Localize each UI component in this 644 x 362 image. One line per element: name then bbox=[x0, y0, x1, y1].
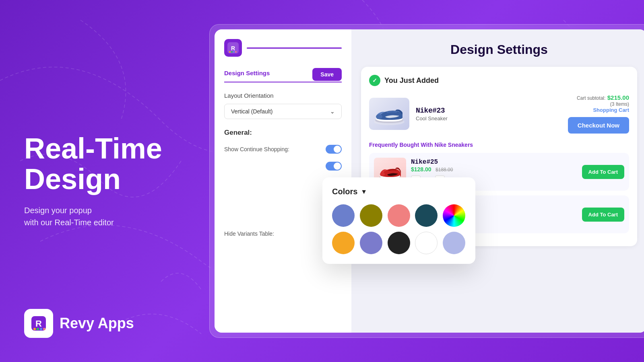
show-continue-toggle[interactable] bbox=[326, 145, 342, 154]
main-product-image bbox=[369, 98, 409, 130]
svg-point-13 bbox=[376, 114, 382, 119]
save-button[interactable]: Save bbox=[312, 68, 342, 81]
toggle-row-2 bbox=[224, 162, 342, 171]
svg-point-8 bbox=[229, 51, 231, 53]
layout-dropdown[interactable]: Vertical (Default) ⌄ bbox=[224, 104, 342, 119]
swatch-black[interactable] bbox=[388, 232, 410, 254]
brand-name: Revy Apps bbox=[60, 315, 134, 332]
hero-subtitle: Design your popup with our Real-Time edi… bbox=[24, 204, 217, 228]
toggle-2[interactable] bbox=[326, 162, 342, 171]
nav-row: Design Settings Save bbox=[224, 68, 342, 82]
general-label: General: bbox=[224, 129, 342, 137]
main-product-info: Nike#23 Cool Sneaker bbox=[416, 107, 561, 121]
colors-title: Colors bbox=[332, 187, 357, 196]
upsell-1-pricing: $128.00 $188.00 bbox=[411, 166, 577, 173]
svg-point-2 bbox=[33, 328, 36, 330]
you-just-added-text: You Just Added bbox=[384, 76, 439, 85]
brand-logo-icon: R bbox=[24, 309, 53, 338]
cart-price: $215.00 bbox=[607, 94, 629, 101]
upsell-1-old-price: $188.00 bbox=[436, 167, 453, 173]
swatch-dark-teal[interactable] bbox=[415, 204, 438, 227]
upsell-2-add-to-cart[interactable]: Add To Cart bbox=[582, 208, 624, 222]
upsell-1-price: $128.00 bbox=[411, 166, 431, 173]
swatch-medium-purple[interactable] bbox=[360, 232, 382, 254]
svg-point-15 bbox=[380, 172, 385, 176]
layout-label: Layout Orientation bbox=[224, 92, 342, 99]
swatch-olive[interactable] bbox=[360, 204, 382, 227]
swatch-light-lavender[interactable] bbox=[443, 232, 465, 254]
checkout-now-button[interactable]: Checkout Now bbox=[568, 117, 629, 134]
swatch-rainbow[interactable] bbox=[443, 204, 465, 227]
main-product-row: Nike#23 Cool Sneaker Cart subtotal: $215… bbox=[369, 94, 629, 134]
hide-variants-label: Hide Variants Table: bbox=[224, 230, 274, 237]
you-just-added-header: ✓ You Just Added bbox=[369, 75, 629, 86]
main-product-name: Nike#23 bbox=[416, 107, 561, 115]
cart-subtotal-row: Cart subtotal: $215.00 bbox=[568, 94, 629, 101]
svg-point-5 bbox=[43, 328, 45, 330]
colors-header: Colors ▼ bbox=[332, 187, 466, 196]
check-icon: ✓ bbox=[369, 75, 380, 86]
swatch-purple-blue[interactable] bbox=[332, 204, 355, 227]
upsell-1-add-to-cart[interactable]: Add To Cart bbox=[582, 165, 624, 179]
frequently-bought-header: Frequently Bought With Nike Sneakers bbox=[369, 142, 629, 148]
chevron-down-icon: ⌄ bbox=[330, 108, 335, 115]
colors-grid bbox=[332, 204, 466, 254]
svg-point-4 bbox=[40, 328, 42, 330]
main-product-subtitle: Cool Sneaker bbox=[416, 115, 561, 121]
svg-point-9 bbox=[231, 51, 233, 53]
show-continue-label: Show Continue Shopping: bbox=[224, 146, 289, 152]
window-inner: R Design Settings Save Layout Orientatio… bbox=[215, 29, 644, 333]
panel-logo: R bbox=[224, 39, 242, 57]
svg-point-3 bbox=[37, 328, 39, 330]
panel-logo-bar bbox=[247, 47, 342, 49]
upsell-1-name: Nike#25 bbox=[411, 158, 577, 166]
svg-text:R: R bbox=[231, 45, 235, 51]
svg-point-10 bbox=[233, 51, 235, 53]
panel-header: R bbox=[224, 39, 342, 57]
dropdown-arrow-icon: ▼ bbox=[361, 188, 367, 195]
cart-summary: Cart subtotal: $215.00 (3 Items) Shoppin… bbox=[568, 94, 629, 134]
swatch-salmon[interactable] bbox=[388, 204, 410, 227]
cart-items: (3 Items) bbox=[568, 101, 629, 107]
preview-title: Design Settings bbox=[361, 42, 637, 57]
nav-tab[interactable]: Design Settings bbox=[224, 70, 270, 80]
svg-point-11 bbox=[235, 51, 237, 53]
swatch-orange[interactable] bbox=[332, 232, 355, 254]
svg-text:R: R bbox=[35, 319, 42, 329]
show-continue-shopping-row: Show Continue Shopping: bbox=[224, 145, 342, 154]
layout-selected: Vertical (Default) bbox=[231, 108, 272, 115]
brand-section: R Revy Apps bbox=[24, 309, 134, 338]
swatch-white[interactable] bbox=[415, 232, 438, 254]
left-section: Real-TimeDesign Design your popup with o… bbox=[24, 0, 217, 362]
cart-subtotal-label: Cart subtotal: bbox=[577, 95, 605, 101]
colors-popup: Colors ▼ bbox=[322, 177, 475, 264]
shopping-cart-link[interactable]: Shopping Cart bbox=[568, 107, 629, 113]
hero-title: Real-TimeDesign bbox=[24, 134, 217, 194]
main-window: R Design Settings Save Layout Orientatio… bbox=[209, 24, 644, 338]
